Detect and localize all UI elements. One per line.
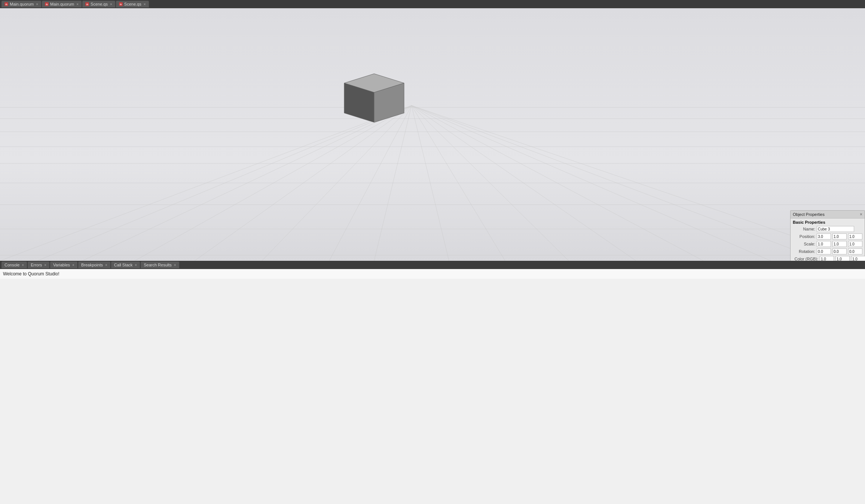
tab-icon-3: n (85, 2, 89, 6)
color-b-input[interactable] (851, 256, 865, 261)
tab-search-results[interactable]: Search Results × (141, 262, 179, 268)
position-label: Position: (793, 234, 815, 239)
tab-breakpoints[interactable]: Breakpoints × (78, 262, 110, 268)
tab-label-4: Scene.qs (124, 2, 141, 6)
name-row: Name: (791, 225, 865, 233)
tab-icon-1: n (4, 2, 8, 6)
console-tab-label: Console (4, 263, 19, 267)
rotation-y-input[interactable] (832, 248, 847, 254)
tab-icon-2: n (45, 2, 49, 6)
tab-label-3: Scene.qs (91, 2, 108, 6)
search-results-tab-label: Search Results (144, 263, 172, 267)
variables-tab-close[interactable]: × (72, 263, 74, 267)
tab-scene-qs-1[interactable]: n Scene.qs × (82, 1, 115, 7)
rotation-x-input[interactable] (817, 248, 831, 254)
tab-main-quorum-1[interactable]: n Main.quorum × (1, 1, 41, 7)
grid-floor (0, 8, 865, 261)
tab-console[interactable]: Console × (1, 262, 27, 268)
position-x-input[interactable] (817, 233, 831, 239)
viewport[interactable]: Object Properties × Basic Properties Nam… (0, 8, 865, 261)
tab-label-2: Main.quorum (50, 2, 74, 6)
tab-scene-qs-2[interactable]: n Scene.qs × (116, 1, 149, 7)
object-properties-panel: Object Properties × Basic Properties Nam… (790, 210, 865, 261)
tab-errors[interactable]: Errors × (28, 262, 49, 268)
call-stack-tab-close[interactable]: × (135, 263, 137, 267)
position-z-input[interactable] (848, 233, 862, 239)
bottom-tab-bar: Console × Errors × Variables × Breakpoin… (0, 261, 865, 269)
scale-row: Scale: (791, 240, 865, 248)
tab-call-stack[interactable]: Call Stack × (111, 262, 140, 268)
color-row: Color (RGB): (791, 255, 865, 261)
top-tab-bar: n Main.quorum × n Main.quorum × n Scene.… (0, 0, 865, 8)
variables-tab-label: Variables (53, 263, 70, 267)
breakpoints-tab-label: Breakpoints (81, 263, 103, 267)
tab-close-2[interactable]: × (76, 2, 79, 6)
name-label: Name: (793, 227, 815, 231)
tab-variables[interactable]: Variables × (50, 262, 77, 268)
rotation-row: Rotation: (791, 248, 865, 255)
color-label: Color (RGB): (793, 257, 818, 261)
console-tab-close[interactable]: × (22, 263, 24, 267)
breakpoints-tab-close[interactable]: × (105, 263, 107, 267)
tab-close-3[interactable]: × (110, 2, 112, 6)
errors-tab-label: Errors (31, 263, 42, 267)
object-properties-close-button[interactable]: × (860, 212, 862, 217)
tab-close-1[interactable]: × (36, 2, 38, 6)
tab-icon-4: n (119, 2, 123, 6)
bottom-panel: Console × Errors × Variables × Breakpoin… (0, 261, 865, 504)
object-properties-title: Object Properties × (791, 211, 865, 219)
rotation-label: Rotation: (793, 249, 815, 254)
tab-main-quorum-2[interactable]: n Main.quorum × (42, 1, 82, 7)
position-row: Position: (791, 233, 865, 240)
search-results-tab-close[interactable]: × (174, 263, 176, 267)
name-input[interactable] (817, 226, 854, 232)
tab-label-1: Main.quorum (10, 2, 34, 6)
scale-z-input[interactable] (848, 241, 862, 247)
tab-close-4[interactable]: × (144, 2, 146, 6)
object-properties-title-label: Object Properties (793, 212, 825, 217)
scale-y-input[interactable] (832, 241, 847, 247)
console-output-area: Welcome to Quorum Studio! (0, 269, 865, 279)
rotation-z-input[interactable] (848, 248, 862, 254)
color-g-input[interactable] (835, 256, 850, 261)
call-stack-tab-label: Call Stack (114, 263, 133, 267)
console-message: Welcome to Quorum Studio! (3, 271, 59, 277)
scale-x-input[interactable] (817, 241, 831, 247)
basic-properties-header: Basic Properties (791, 219, 865, 225)
errors-tab-close[interactable]: × (44, 263, 46, 267)
position-y-input[interactable] (832, 233, 847, 239)
color-r-input[interactable] (820, 256, 834, 261)
svg-rect-0 (0, 8, 865, 261)
scale-label: Scale: (793, 242, 815, 246)
